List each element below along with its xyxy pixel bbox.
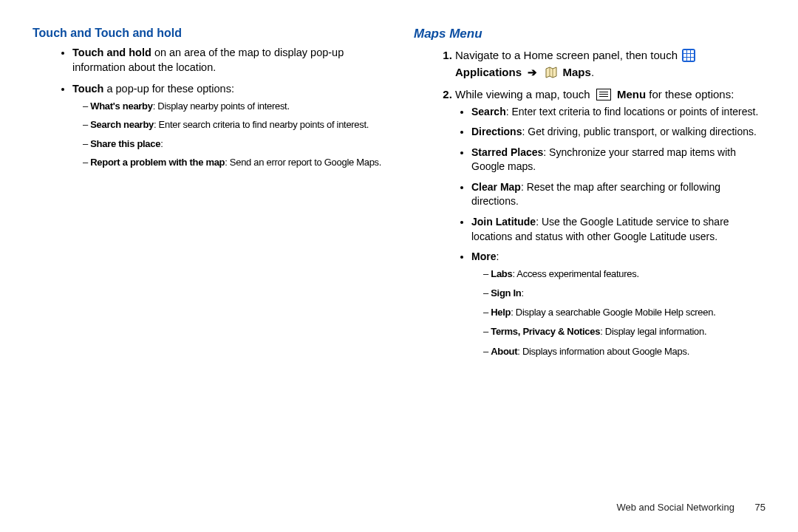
text: : Displays information about Google Maps… — [517, 346, 689, 357]
columns: Touch and Touch and hold Touch and hold … — [33, 27, 765, 364]
opt-directions: Directions: Get driving, public transpor… — [471, 125, 765, 140]
manual-page: Touch and Touch and hold Touch and hold … — [0, 0, 798, 532]
page-footer: Web and Social Networking 75 — [616, 502, 765, 513]
sub-whats-nearby: What's nearby: Display nearby points of … — [83, 100, 384, 113]
label: Clear Map — [471, 181, 521, 193]
text: : Display legal information. — [600, 326, 706, 337]
sub-search-nearby: Search nearby: Enter search criteria to … — [83, 118, 384, 132]
text: : Display nearby points of interest. — [153, 100, 290, 112]
label: Share this place — [90, 138, 160, 149]
label: Search nearby — [90, 119, 154, 130]
bullet-touch-popup: Touch a pop-up for these options: What's… — [72, 82, 384, 169]
bullet-touch-hold: Touch and hold on an area of the map to … — [72, 46, 384, 75]
sub-share-place: Share this place: — [83, 137, 384, 151]
left-list: Touch and hold on an area of the map to … — [33, 46, 384, 169]
text: : Enter search criteria to find nearby p… — [154, 119, 369, 130]
text: : — [160, 138, 163, 149]
right-column: Maps Menu Navigate to a Home screen pane… — [414, 27, 765, 364]
menu-icon — [596, 89, 611, 100]
section-name: Web and Social Networking — [616, 502, 734, 513]
label: Help — [491, 307, 511, 318]
label: Touch and hold — [72, 47, 151, 58]
opt-more: More: Labs: Access experimental features… — [471, 250, 765, 358]
more-options: Labs: Access experimental features. Sign… — [471, 267, 765, 358]
label: Join Latitude — [471, 216, 536, 228]
label: Report a problem with the map — [90, 157, 225, 168]
opt-starred: Starred Places: Synchronize your starred… — [471, 146, 765, 174]
label: About — [491, 346, 517, 357]
applications-icon — [682, 49, 695, 62]
more-labs: Labs: Access experimental features. — [483, 267, 765, 281]
svg-marker-0 — [546, 67, 556, 78]
text: Navigate to a Home screen panel, then to… — [455, 49, 681, 61]
text: a pop-up for these options: — [103, 83, 234, 95]
more-terms: Terms, Privacy & Notices: Display legal … — [483, 325, 765, 338]
sub-report-problem: Report a problem with the map: Send an e… — [83, 156, 384, 169]
label: Search — [471, 106, 506, 117]
label: Starred Places — [471, 146, 543, 158]
label: More — [471, 250, 496, 262]
text: : Get driving, public transport, or walk… — [522, 126, 756, 137]
text: : — [496, 250, 499, 262]
text: for these options: — [646, 88, 734, 100]
label: What's nearby — [90, 100, 152, 112]
maps-icon — [545, 66, 557, 78]
step-1: Navigate to a Home screen panel, then to… — [455, 47, 765, 81]
heading-maps-menu: Maps Menu — [414, 27, 765, 41]
label-applications: Applications — [455, 66, 522, 78]
more-help: Help: Display a searchable Google Mobile… — [483, 306, 765, 319]
text: : Send an error report to Google Maps. — [225, 157, 381, 168]
right-steps: Navigate to a Home screen panel, then to… — [414, 47, 765, 358]
opt-clear-map: Clear Map: Reset the map after searching… — [471, 180, 765, 209]
opt-latitude: Join Latitude: Use the Google Latitude s… — [471, 215, 765, 244]
more-about: About: Displays information about Google… — [483, 345, 765, 358]
text: : Access experimental features. — [512, 268, 638, 279]
dot: . — [591, 66, 594, 78]
page-number: 75 — [755, 502, 765, 513]
text: : — [521, 287, 523, 299]
label-maps: Maps — [563, 66, 591, 78]
arrow-icon: ➔ — [528, 66, 537, 78]
text: While viewing a map, touch — [455, 88, 593, 100]
more-signin: Sign In: — [483, 287, 765, 300]
label: Directions — [471, 126, 522, 137]
label: Touch — [72, 83, 103, 95]
label-menu: Menu — [617, 88, 646, 100]
text: : Enter text criteria to find locations … — [506, 106, 759, 117]
left-sublist: What's nearby: Display nearby points of … — [72, 100, 384, 169]
label: Terms, Privacy & Notices — [491, 326, 600, 337]
heading-touch: Touch and Touch and hold — [33, 27, 384, 40]
menu-options: Search: Enter text criteria to find loca… — [455, 105, 765, 358]
label: Labs — [491, 268, 512, 279]
text: : Display a searchable Google Mobile Hel… — [511, 307, 715, 318]
label: Sign In — [491, 287, 521, 299]
left-column: Touch and Touch and hold Touch and hold … — [33, 27, 384, 364]
opt-search: Search: Enter text criteria to find loca… — [471, 105, 765, 120]
step-2: While viewing a map, touch Menu for thes… — [455, 86, 765, 358]
